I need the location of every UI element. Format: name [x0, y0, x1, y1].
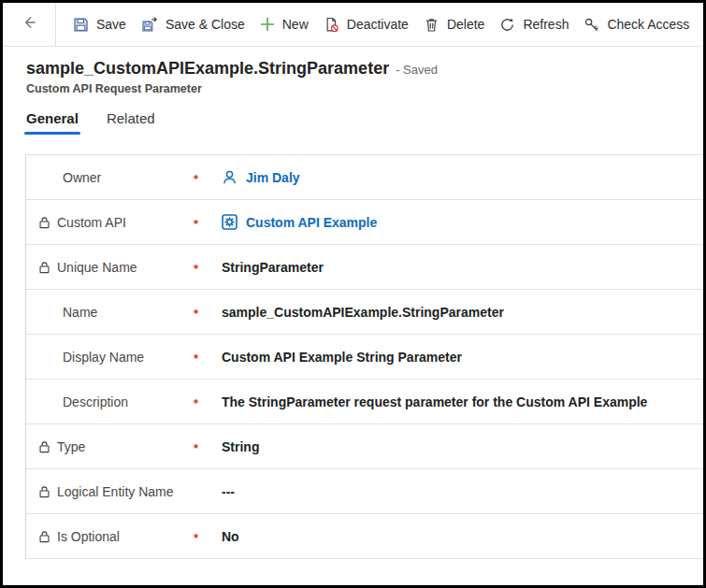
field-label: Display Name — [63, 350, 144, 365]
field-value-cell: No — [222, 529, 239, 544]
delete-button[interactable]: Delete — [416, 3, 492, 46]
tab-general[interactable]: General — [26, 110, 79, 135]
key-icon — [584, 17, 599, 33]
required-asterisk: * — [194, 438, 222, 455]
custom-api-lookup-link[interactable]: Custom API Example — [246, 215, 377, 230]
save-and-close-button[interactable]: Save & Close — [134, 3, 252, 46]
field-value-cell: StringParameter — [222, 260, 324, 275]
save-close-icon — [141, 17, 158, 33]
required-asterisk: * — [194, 214, 222, 231]
back-button[interactable] — [3, 3, 56, 46]
refresh-button[interactable]: Refresh — [492, 3, 576, 46]
required-asterisk: * — [194, 528, 222, 545]
field-value-cell: --- — [222, 484, 235, 499]
field-row-unique-name: Unique Name * StringParameter — [26, 245, 703, 290]
refresh-icon — [499, 17, 515, 33]
field-label: Is Optional — [57, 529, 120, 544]
field-label: Custom API — [57, 215, 126, 230]
field-label-cell: Owner — [26, 170, 194, 185]
field-label-cell: Name — [26, 305, 194, 320]
required-asterisk-empty — [194, 490, 222, 493]
field-row-description: Description * The StringParameter reques… — [26, 380, 703, 424]
field-label: Description — [63, 394, 128, 409]
deactivate-icon — [324, 17, 339, 33]
name-field-value[interactable]: sample_CustomAPIExample.StringParameter — [222, 305, 504, 320]
trash-icon — [424, 17, 439, 33]
field-value-cell: Jim Daly — [222, 169, 300, 185]
field-value-cell: String — [222, 439, 259, 454]
field-value-cell: Custom API Example — [222, 214, 377, 230]
required-asterisk: * — [194, 259, 222, 276]
required-asterisk: * — [194, 394, 222, 410]
lock-icon — [38, 530, 50, 543]
logical-entity-name-field-value: --- — [222, 484, 235, 499]
record-title: sample_CustomAPIExample.StringParameter — [26, 59, 389, 79]
field-label: Name — [63, 305, 97, 320]
form-tabs: General Related — [3, 110, 703, 135]
field-label-cell: Unique Name — [26, 260, 194, 275]
save-icon — [73, 17, 89, 33]
record-header: sample_CustomAPIExample.StringParameter … — [3, 47, 703, 95]
general-form-section: Owner * Jim Daly Custom API — [25, 154, 703, 559]
lock-icon — [38, 216, 50, 229]
field-label: Logical Entity Name — [57, 484, 174, 499]
field-label-cell: Is Optional — [26, 529, 194, 544]
field-row-is-optional: Is Optional * No — [26, 514, 703, 559]
lock-icon — [38, 261, 50, 274]
field-label-cell: Type — [26, 439, 194, 454]
field-label: Unique Name — [57, 260, 137, 275]
delete-button-label: Delete — [447, 17, 484, 32]
record-entity-type: Custom API Request Parameter — [26, 82, 680, 95]
display-name-field-value[interactable]: Custom API Example String Parameter — [222, 350, 462, 365]
field-row-display-name: Display Name * Custom API Example String… — [26, 335, 703, 380]
command-bar: Save Save & Close New — [3, 3, 703, 47]
deactivate-button[interactable]: Deactivate — [316, 3, 416, 46]
plus-icon — [260, 17, 275, 32]
required-asterisk: * — [194, 349, 222, 366]
field-row-owner: Owner * Jim Daly — [26, 155, 703, 200]
save-status: - Saved — [396, 63, 438, 77]
field-label-cell: Logical Entity Name — [26, 484, 194, 499]
field-row-name: Name * sample_CustomAPIExample.StringPar… — [26, 290, 703, 335]
left-arrow-icon — [21, 14, 37, 35]
is-optional-field-value: No — [222, 529, 239, 544]
check-access-button[interactable]: Check Access — [576, 3, 697, 46]
custom-api-icon — [222, 214, 238, 230]
field-row-type: Type * String — [26, 424, 703, 469]
deactivate-button-label: Deactivate — [347, 17, 409, 32]
save-button[interactable]: Save — [65, 3, 134, 46]
check-access-button-label: Check Access — [607, 17, 689, 32]
save-and-close-button-label: Save & Close — [166, 17, 245, 32]
unique-name-value: StringParameter — [222, 260, 324, 275]
field-row-logical-entity-name: Logical Entity Name --- — [26, 469, 703, 514]
save-button-label: Save — [96, 17, 126, 32]
command-bar-buttons: Save Save & Close New — [56, 3, 697, 46]
required-asterisk: * — [194, 169, 222, 186]
owner-lookup-link[interactable]: Jim Daly — [246, 170, 300, 185]
app-window: Save Save & Close New — [0, 0, 706, 588]
lock-icon — [38, 440, 50, 453]
field-row-custom-api: Custom API * Custom API Example — [26, 200, 703, 245]
field-label-cell: Description — [26, 394, 194, 409]
field-label: Owner — [63, 170, 101, 185]
field-value-cell: Custom API Example String Parameter — [222, 350, 462, 365]
required-asterisk: * — [194, 304, 222, 321]
new-button-label: New — [282, 17, 309, 32]
field-label: Type — [57, 439, 85, 454]
type-field-value: String — [222, 439, 259, 454]
field-value-cell: sample_CustomAPIExample.StringParameter — [222, 305, 504, 320]
new-button[interactable]: New — [252, 3, 316, 46]
refresh-button-label: Refresh — [523, 17, 569, 32]
field-label-cell: Display Name — [26, 350, 194, 365]
lock-icon — [38, 485, 50, 498]
user-icon — [222, 169, 238, 185]
tab-related[interactable]: Related — [107, 110, 155, 135]
description-field-value[interactable]: The StringParameter request parameter fo… — [222, 394, 647, 409]
field-value-cell: The StringParameter request parameter fo… — [222, 394, 647, 409]
field-label-cell: Custom API — [26, 215, 194, 230]
